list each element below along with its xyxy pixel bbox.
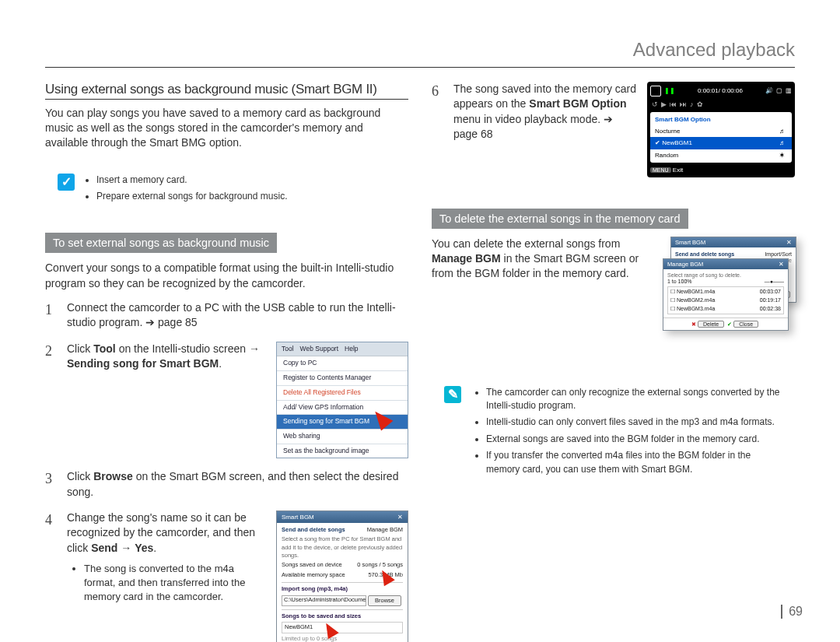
step-6: The song saved into the memory card appe… (432, 82, 795, 177)
pencil-note-icon: ✎ (444, 386, 461, 403)
note-item: If you transfer the converted m4a files … (486, 449, 782, 476)
intro-text: You can play songs you have saved to a m… (45, 106, 408, 150)
section-bar-delete-external: To delete the external songs in the memo… (432, 209, 688, 229)
step-1: Connect the camcorder to a PC with the U… (45, 300, 408, 331)
note-box-preparation: ✓ Insert a memory card. Prepare external… (45, 164, 408, 216)
step-2: Click Tool on the Intelli-studio screen … (45, 342, 408, 459)
intelli-studio-menu-screenshot: Tool Web Support Help Copy to PC Registe… (276, 342, 408, 459)
delete-text: You can delete the external songs from M… (432, 237, 653, 282)
card-icon: ▢ (776, 86, 782, 95)
divider-top (45, 67, 795, 68)
section-title-using-external-songs: Using external songs as background music… (45, 82, 408, 100)
check-icon: ✓ (58, 174, 75, 191)
step4-bullet: The song is converted to the m4a format,… (84, 562, 267, 604)
step-4: Change the song's name so it can be reco… (45, 510, 408, 642)
step-3: Click Browse on the Smart BGM screen, an… (45, 469, 408, 500)
camera-icon (650, 86, 661, 96)
note-item: Intelli-studio can only convert files sa… (486, 416, 782, 429)
convert-text: Convert your songs to a compatible forma… (45, 261, 408, 291)
battery-icon: ▥ (786, 86, 792, 95)
note-item: Insert a memory card. (96, 174, 287, 187)
section-bar-set-external: To set external songs as background musi… (45, 233, 277, 253)
note-item: The camcorder can only recognize the ext… (486, 386, 782, 413)
volume-icon: 🔊 (765, 86, 773, 95)
manage-bgm-dialog-screenshot: Smart BGM✕ Send and delete songsImport/S… (663, 237, 795, 353)
camcorder-osd-screenshot: ❚❚ 0:00:01/ 0:00:06 🔊 ▢ ▥ ↺▶⏮⏭♪✿ Smart B… (647, 82, 795, 177)
page-title: Advanced playback (45, 39, 795, 61)
page-number: 69 (781, 605, 803, 619)
note-item: Prepare external songs for background mu… (96, 190, 287, 203)
smart-bgm-send-dialog-screenshot: Smart BGM✕ Send and delete songsManage B… (276, 510, 408, 642)
note-item: External songs are saved into the BGM fo… (486, 433, 782, 446)
note-box-restrictions: ✎ The camcorder can only recognize the e… (432, 377, 795, 489)
